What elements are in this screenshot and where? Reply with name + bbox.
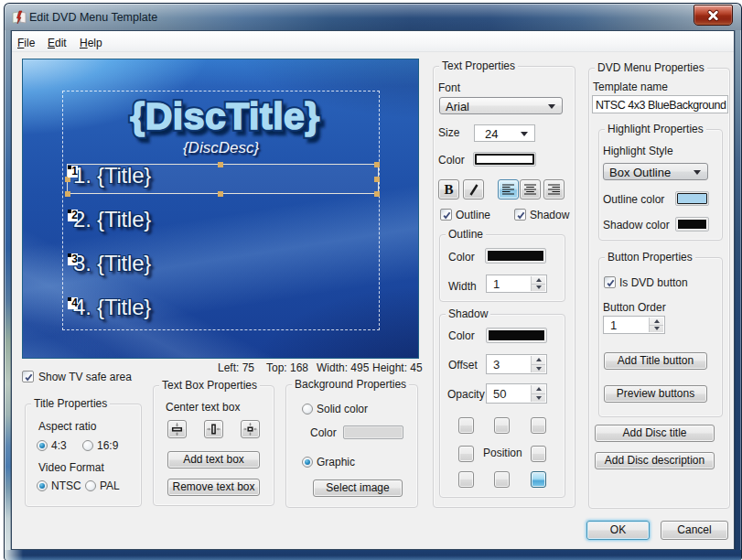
svg-text:{DiscTitle}: {DiscTitle}: [130, 95, 320, 137]
